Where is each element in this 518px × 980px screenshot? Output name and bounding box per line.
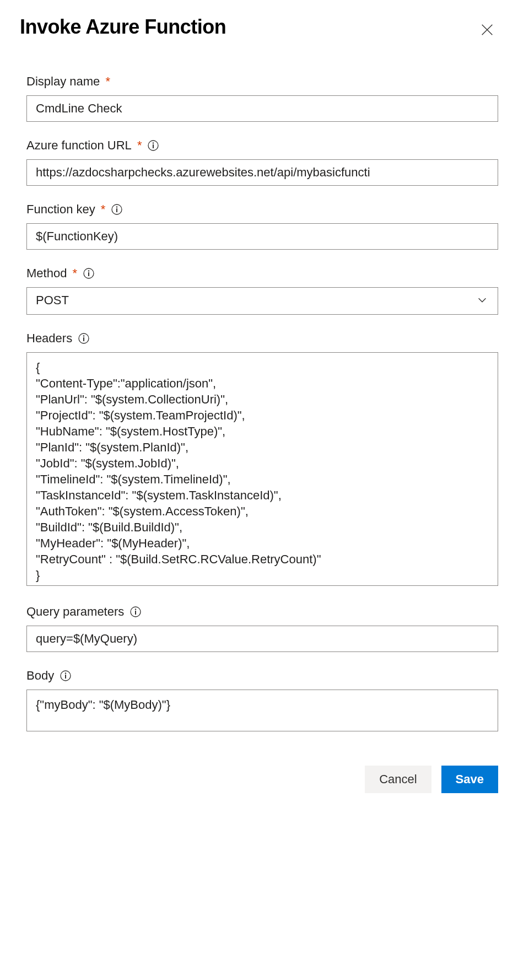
- svg-rect-5: [116, 208, 117, 212]
- headers-field: Headers: [26, 331, 498, 588]
- function-url-label: Azure function URL *: [26, 138, 142, 153]
- method-label: Method *: [26, 266, 77, 281]
- info-icon[interactable]: [147, 139, 159, 152]
- dialog-title: Invoke Azure Function: [20, 15, 226, 39]
- body-label: Body: [26, 669, 54, 683]
- headers-textarea[interactable]: [26, 352, 498, 586]
- function-url-input[interactable]: [26, 159, 498, 186]
- body-field: Body: [26, 669, 498, 734]
- svg-point-1: [153, 142, 154, 143]
- query-params-input[interactable]: [26, 626, 498, 652]
- svg-rect-11: [83, 337, 84, 341]
- function-key-field: Function key *: [26, 202, 498, 250]
- method-select[interactable]: POST: [26, 287, 498, 315]
- required-mark: *: [69, 266, 77, 280]
- query-params-field: Query parameters: [26, 605, 498, 652]
- required-mark: *: [102, 74, 110, 88]
- svg-point-13: [135, 609, 136, 610]
- svg-point-7: [88, 270, 89, 271]
- cancel-button[interactable]: Cancel: [365, 766, 431, 793]
- function-key-label: Function key *: [26, 202, 105, 217]
- svg-rect-14: [135, 611, 136, 615]
- svg-rect-17: [65, 675, 66, 679]
- required-mark: *: [98, 202, 106, 216]
- function-key-input[interactable]: [26, 223, 498, 250]
- required-mark: *: [134, 138, 142, 152]
- svg-point-4: [116, 206, 117, 207]
- function-url-field: Azure function URL *: [26, 138, 498, 186]
- svg-point-10: [83, 335, 84, 336]
- close-button[interactable]: [476, 19, 498, 44]
- display-name-label: Display name *: [26, 74, 110, 89]
- save-button[interactable]: Save: [441, 766, 498, 793]
- display-name-input[interactable]: [26, 95, 498, 122]
- query-params-label: Query parameters: [26, 605, 124, 619]
- info-icon[interactable]: [130, 606, 142, 618]
- info-icon[interactable]: [83, 267, 95, 279]
- info-icon[interactable]: [60, 670, 72, 682]
- method-field: Method * POST: [26, 266, 498, 315]
- info-icon[interactable]: [78, 332, 90, 344]
- display-name-field: Display name *: [26, 74, 498, 122]
- info-icon[interactable]: [111, 203, 123, 216]
- svg-point-16: [65, 672, 66, 674]
- svg-rect-8: [88, 272, 89, 276]
- svg-rect-2: [153, 144, 154, 148]
- close-icon: [479, 21, 495, 41]
- headers-label: Headers: [26, 331, 72, 346]
- body-textarea[interactable]: [26, 690, 498, 731]
